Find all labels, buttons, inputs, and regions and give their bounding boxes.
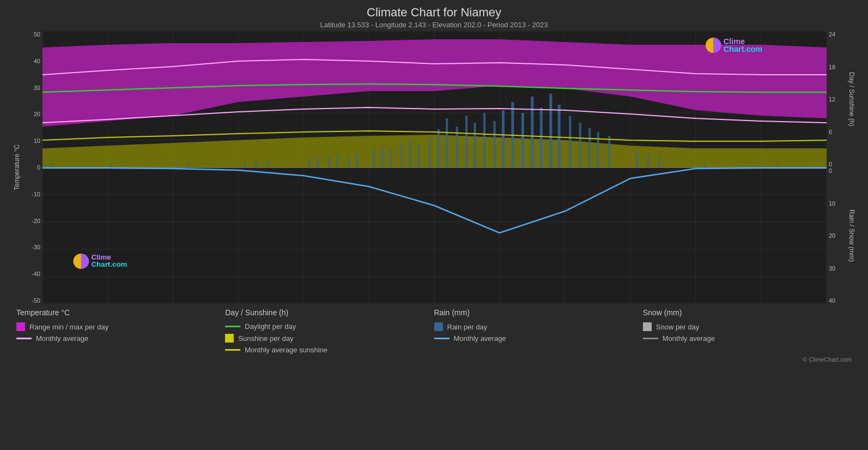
svg-rect-37	[308, 159, 310, 167]
svg-rect-68	[608, 136, 610, 167]
legend-section: Temperature °C Range min / max per day M…	[11, 308, 857, 354]
svg-rect-46	[401, 143, 403, 167]
svg-rect-63	[558, 105, 561, 167]
svg-rect-71	[659, 157, 660, 167]
legend-title-temperature: Temperature °C	[16, 308, 225, 317]
main-title: Climate Chart for Niamey	[11, 5, 857, 20]
svg-rect-65	[579, 123, 581, 167]
chart-outer: Temperature °C 50 40 30 20 10 0 -10 -20 …	[11, 31, 857, 304]
svg-text:Chart.com: Chart.com	[724, 45, 762, 53]
svg-rect-47	[409, 140, 411, 167]
chart-svg: Clime Chart.com Clime Chart.com	[43, 31, 827, 304]
legend-group-temperature: Temperature °C Range min / max per day M…	[16, 308, 225, 354]
legend-color-snow	[643, 322, 652, 331]
svg-rect-73	[776, 164, 778, 167]
svg-rect-72	[703, 163, 705, 167]
legend-title-sunshine: Day / Sunshine (h)	[225, 308, 434, 317]
svg-rect-56	[493, 121, 495, 167]
legend-title-rain: Rain (mm)	[434, 308, 643, 317]
chart-wrapper: Clime Chart.com Clime Chart.com Jan Feb …	[43, 31, 827, 304]
svg-rect-64	[569, 116, 571, 167]
legend-line-temp-avg	[16, 338, 32, 339]
svg-rect-33	[188, 163, 190, 167]
legend-item-temp-range: Range min / max per day	[16, 322, 225, 331]
svg-rect-34	[244, 162, 246, 167]
svg-rect-38	[317, 158, 319, 167]
legend-color-temp-range	[16, 322, 25, 331]
legend-item-snow-avg: Monthly average	[643, 334, 852, 343]
y-right-top-label: Day / Sunshine (h)	[846, 31, 857, 167]
svg-rect-53	[465, 116, 468, 167]
svg-rect-42	[356, 152, 358, 167]
svg-rect-66	[588, 128, 591, 167]
svg-rect-40	[337, 154, 338, 167]
legend-item-rain-avg: Monthly average	[434, 334, 643, 343]
legend-item-temp-avg: Monthly average	[16, 334, 225, 343]
legend-line-rain-avg	[434, 338, 450, 339]
svg-text:Chart.com: Chart.com	[91, 260, 127, 268]
svg-rect-30	[51, 163, 52, 167]
title-section: Climate Chart for Niamey Latitude 13.533…	[11, 5, 857, 29]
svg-rect-29	[44, 165, 45, 167]
main-container: Climate Chart for Niamey Latitude 13.533…	[0, 0, 868, 450]
svg-rect-54	[474, 123, 476, 167]
legend-item-daylight: Daylight per day	[225, 322, 434, 331]
legend-color-rain	[434, 322, 443, 331]
svg-rect-41	[348, 157, 349, 167]
svg-rect-70	[647, 154, 649, 167]
y-right-bottom-ticks: 0 10 20 30 40	[827, 167, 846, 304]
copyright: © ClimeChart.com	[11, 356, 857, 363]
legend-line-sunshine-avg	[225, 349, 240, 351]
left-axis: Temperature °C 50 40 30 20 10 0 -10 -20 …	[11, 31, 43, 304]
svg-rect-39	[328, 155, 330, 167]
svg-rect-32	[177, 164, 179, 167]
svg-rect-57	[502, 110, 505, 167]
legend-group-sunshine: Day / Sunshine (h) Daylight per day Suns…	[225, 308, 434, 354]
legend-item-snow-per-day: Snow per day	[643, 322, 852, 331]
svg-rect-59	[521, 113, 524, 167]
svg-rect-51	[446, 118, 448, 167]
svg-rect-61	[540, 107, 543, 167]
svg-rect-62	[549, 94, 552, 167]
y-left-ticks: 50 40 30 20 10 0 -10 -20 -30 -40 -50	[23, 31, 43, 304]
svg-rect-48	[418, 145, 420, 167]
legend-item-rain-per-day: Rain per day	[434, 322, 643, 331]
legend-color-sunshine	[225, 334, 234, 343]
y-right-top-ticks: 24 18 12 6 0	[827, 31, 846, 167]
y-left-label: Temperature °C	[11, 31, 23, 304]
legend-item-sunshine: Sunshine per day	[225, 334, 434, 343]
svg-rect-36	[266, 160, 268, 167]
svg-rect-55	[483, 113, 485, 167]
svg-rect-44	[381, 146, 383, 167]
right-axis: 24 18 12 6 0 0 10 20 30 40 Day / Sunshin…	[827, 31, 857, 304]
svg-rect-60	[531, 97, 533, 167]
subtitle: Latitude 13.533 - Longitude 2.143 - Elev…	[11, 21, 857, 29]
legend-line-snow-avg	[643, 338, 658, 339]
y-right-bottom-label: Rain / Snow (mm)	[846, 167, 857, 304]
svg-rect-49	[429, 137, 430, 167]
svg-rect-35	[256, 161, 257, 167]
svg-rect-43	[373, 150, 374, 167]
legend-line-daylight	[225, 326, 240, 327]
legend-group-snow: Snow (mm) Snow per day Monthly average	[643, 308, 852, 354]
svg-rect-45	[390, 148, 391, 167]
svg-rect-31	[110, 164, 111, 167]
svg-rect-50	[438, 129, 440, 167]
svg-rect-67	[597, 132, 599, 167]
svg-rect-69	[636, 151, 638, 167]
legend-group-rain: Rain (mm) Rain per day Monthly average	[434, 308, 643, 354]
legend-title-snow: Snow (mm)	[643, 308, 852, 317]
legend-item-sunshine-avg: Monthly average sunshine	[225, 346, 434, 354]
